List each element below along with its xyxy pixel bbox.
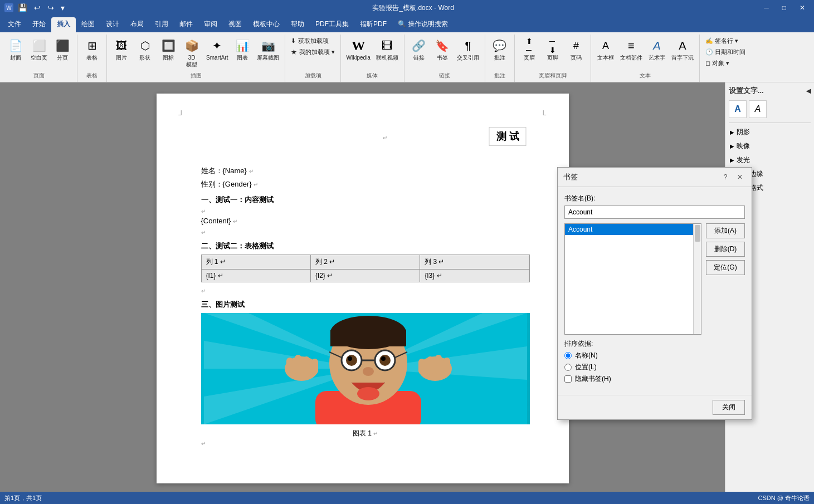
- table-header-col3: 列 3 ↵: [420, 255, 529, 270]
- tab-design[interactable]: 设计: [100, 17, 125, 32]
- bookmark-list[interactable]: Account: [564, 223, 701, 335]
- tab-mail[interactable]: 邮件: [174, 17, 198, 32]
- status-bar: 第1页，共1页 CSDN @ 奇牛论语: [0, 492, 814, 504]
- screenshot-button[interactable]: 📷 屏幕截图: [255, 36, 281, 62]
- svg-point-22: [357, 387, 379, 400]
- insert-comment-button[interactable]: 💬 批注: [489, 36, 511, 62]
- redo-button[interactable]: ↪: [45, 2, 56, 13]
- my-addins-button[interactable]: ★ 我的加载项 ▾: [289, 47, 337, 57]
- hidden-bookmark-checkbox[interactable]: [564, 375, 572, 383]
- sort-by-location-radio[interactable]: [564, 364, 572, 371]
- header-button[interactable]: ⬆─ 页眉: [518, 36, 540, 62]
- crossref-button[interactable]: ¶ 交叉引用: [455, 36, 481, 62]
- dialog-close-button[interactable]: 关闭: [713, 400, 745, 415]
- page-break-button[interactable]: ⬛ 分页: [51, 36, 74, 62]
- blank-page-button[interactable]: ⬜ 空白页: [28, 36, 50, 62]
- online-video-button[interactable]: 🎞 联机视频: [374, 36, 401, 62]
- insert-3d-button[interactable]: 📦 3D模型: [181, 36, 203, 69]
- get-addins-button[interactable]: ⬇ 获取加载项: [289, 36, 337, 46]
- dialog-body: 书签名(B): Account 添加(A) 删除(D: [558, 187, 752, 395]
- insert-link-button[interactable]: 🔗 链接: [408, 36, 430, 62]
- ribbon-group-items-text: A 文本框 ≡ 文档部件 A 艺术字 A 首字下沉: [594, 36, 696, 72]
- tab-draw[interactable]: 绘图: [76, 17, 100, 32]
- reflection-section[interactable]: ▶ 映像: [729, 139, 811, 153]
- tab-pdf-tools[interactable]: PDF工具集: [310, 17, 354, 32]
- locate-bookmark-button[interactable]: 定位(G): [706, 260, 745, 275]
- wikipedia-button[interactable]: W Wikipedia: [344, 36, 373, 62]
- media-group-label: 媒体: [367, 72, 378, 81]
- ribbon-group-items-comment: 💬 批注: [489, 36, 511, 72]
- tab-review[interactable]: 审阅: [198, 17, 223, 32]
- doc-image-area: [201, 313, 530, 424]
- sort-by-name-label: 名称(N): [575, 351, 598, 360]
- footer-icon: ─⬇: [544, 37, 562, 55]
- page-number-icon: #: [567, 37, 585, 55]
- insert-shape-button[interactable]: ⬡ 形状: [134, 36, 156, 62]
- tab-references[interactable]: 引用: [149, 17, 174, 32]
- insert-icon-button[interactable]: 🔲 图标: [157, 36, 179, 62]
- insert-table-button[interactable]: ⊞ 表格: [81, 36, 103, 62]
- bookmark-icon: 🔖: [433, 37, 451, 55]
- dropcap-button[interactable]: A 首字下沉: [669, 36, 696, 62]
- tab-help[interactable]: 帮助: [285, 17, 310, 32]
- signature-button[interactable]: ✍ 签名行 ▾: [703, 36, 748, 46]
- bookmark-name-input[interactable]: [564, 205, 745, 219]
- sort-by-location-row: 位置(L): [564, 363, 745, 372]
- tab-search[interactable]: 🔍 操作说明搜索: [392, 17, 454, 32]
- wordart-button[interactable]: A 艺术字: [646, 36, 668, 62]
- dialog-close-x-button[interactable]: ✕: [734, 171, 746, 183]
- tab-view[interactable]: 视图: [223, 17, 247, 32]
- cover-page-button[interactable]: 📄 封面: [4, 36, 27, 62]
- save-button[interactable]: 💾: [16, 2, 30, 13]
- right-panel-expand-arrow[interactable]: ◀: [806, 87, 811, 95]
- ribbon-group-text: A 文本框 ≡ 文档部件 A 艺术字 A 首字下沉 文本: [591, 35, 700, 82]
- maximize-button[interactable]: □: [778, 4, 791, 12]
- dialog-help-button[interactable]: ?: [719, 171, 732, 183]
- sort-by-location-label: 位置(L): [575, 363, 597, 372]
- dialog-scrollbar[interactable]: [693, 224, 701, 334]
- tab-home[interactable]: 开始: [27, 17, 51, 32]
- status-right: CSDN @ 奇牛论语: [758, 494, 810, 502]
- tab-file[interactable]: 文件: [2, 17, 27, 32]
- field2-mark: ↵: [254, 182, 258, 188]
- glow-section[interactable]: ▶ 发光: [729, 153, 811, 167]
- insert-smartart-button[interactable]: ✦ SmartArt: [204, 36, 230, 62]
- document-parts-button[interactable]: ≡ 文档部件: [618, 36, 645, 62]
- footer-button[interactable]: ─⬇ 页脚: [542, 36, 564, 62]
- tab-insert[interactable]: 插入: [51, 17, 76, 32]
- close-button[interactable]: ✕: [795, 4, 810, 12]
- add-bookmark-button[interactable]: 添加(A): [706, 223, 745, 238]
- undo-button[interactable]: ↩: [32, 2, 43, 13]
- datetime-button[interactable]: 🕐 日期和时间: [703, 47, 748, 57]
- insert-picture-button[interactable]: 🖼 图片: [110, 36, 133, 62]
- svg-point-15: [381, 356, 386, 361]
- doc-section2: 二、测试二：表格测试: [201, 241, 530, 251]
- delete-bookmark-button[interactable]: 删除(D): [706, 242, 745, 257]
- text-fill-btn[interactable]: A: [729, 100, 747, 118]
- bookmark-list-item-account[interactable]: Account: [565, 224, 701, 235]
- tab-layout[interactable]: 布局: [125, 17, 149, 32]
- shadow-section[interactable]: ▶ 阴影: [729, 125, 811, 139]
- object-button[interactable]: ◻ 对象 ▾: [703, 58, 748, 68]
- insert-chart-button[interactable]: 📊 图表: [231, 36, 254, 62]
- ribbon-group-items-illustrations: 🖼 图片 ⬡ 形状 🔲 图标 📦 3D模型 ✦ SmartArt 📊 图表: [110, 36, 281, 72]
- tab-templates[interactable]: 模板中心: [247, 17, 285, 32]
- doc-section3: 三、图片测试: [201, 300, 530, 310]
- cover-page-icon: 📄: [7, 37, 25, 55]
- ribbon-group-extra: ✍ 签名行 ▾ 🕐 日期和时间 ◻ 对象 ▾: [700, 35, 751, 82]
- ribbon-group-items-links: 🔗 链接 🔖 书签 ¶ 交叉引用: [408, 36, 481, 72]
- minimize-button[interactable]: ─: [759, 4, 773, 12]
- customize-quick-access-button[interactable]: ▾: [59, 2, 67, 13]
- sort-by-name-radio[interactable]: [564, 352, 572, 359]
- link-icon: 🔗: [410, 37, 428, 55]
- page-number-button[interactable]: # 页码: [565, 36, 587, 62]
- dialog-list-row: Account 添加(A) 删除(D) 定位(G): [564, 223, 745, 339]
- text-group-label: 文本: [640, 72, 651, 81]
- bookmark-button[interactable]: 🔖 书签: [431, 36, 454, 62]
- textbox-button[interactable]: A 文本框: [594, 36, 617, 62]
- shadow-arrow: ▶: [730, 129, 734, 135]
- text-outline-btn[interactable]: A: [749, 100, 767, 118]
- illustrations-group-label: 插图: [191, 72, 202, 81]
- sort-by-name-row: 名称(N): [564, 351, 745, 360]
- tab-foxitpdf[interactable]: 福昕PDF: [354, 17, 392, 32]
